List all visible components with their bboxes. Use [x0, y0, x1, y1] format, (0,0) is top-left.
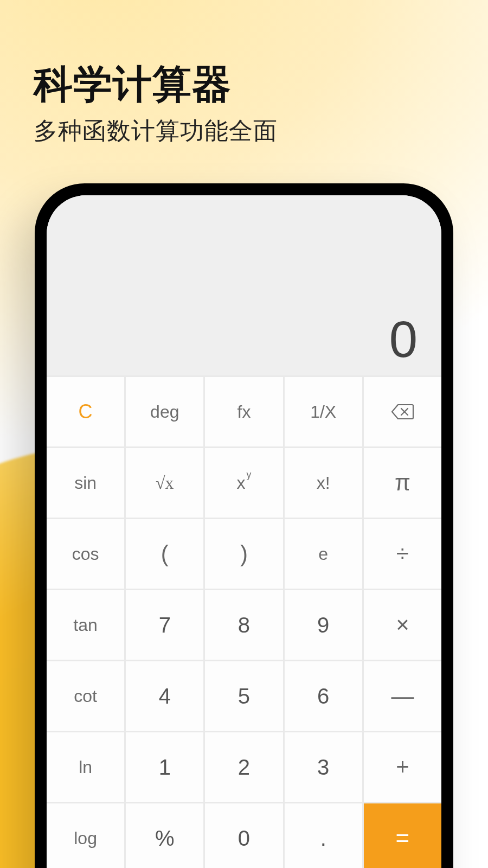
- headline-title: 科学计算器: [34, 59, 278, 111]
- headline: 科学计算器 多种函数计算功能全面: [34, 59, 278, 147]
- display-value: 0: [389, 310, 418, 369]
- power-base: x: [237, 473, 246, 493]
- digit-0-button[interactable]: 0: [205, 803, 282, 868]
- lparen-button[interactable]: (: [126, 519, 203, 589]
- digit-5-button[interactable]: 5: [205, 661, 282, 731]
- rparen-button[interactable]: ): [205, 519, 282, 589]
- sqrt-button[interactable]: √x: [126, 448, 203, 518]
- divide-button[interactable]: ÷: [364, 519, 441, 589]
- plus-button[interactable]: +: [364, 732, 441, 802]
- digit-9-button[interactable]: 9: [285, 590, 362, 660]
- equals-button[interactable]: =: [364, 803, 441, 868]
- decimal-button[interactable]: .: [285, 803, 362, 868]
- power-button[interactable]: xy: [205, 448, 282, 518]
- cos-button[interactable]: cos: [47, 519, 124, 589]
- e-button[interactable]: e: [285, 519, 362, 589]
- log-button[interactable]: log: [47, 803, 124, 868]
- sin-button[interactable]: sin: [47, 448, 124, 518]
- power-exponent: y: [247, 469, 252, 481]
- deg-button[interactable]: deg: [126, 377, 203, 446]
- digit-1-button[interactable]: 1: [126, 732, 203, 802]
- minus-button[interactable]: —: [364, 661, 441, 731]
- reciprocal-button[interactable]: 1/X: [285, 377, 362, 446]
- phone-screen: 0 C deg fx 1/X: [47, 195, 441, 868]
- calculator-keypad: C deg fx 1/X sin √x: [47, 375, 441, 868]
- fx-button[interactable]: fx: [205, 377, 282, 446]
- ln-button[interactable]: ln: [47, 732, 124, 802]
- percent-button[interactable]: %: [126, 803, 203, 868]
- clear-button[interactable]: C: [47, 377, 124, 446]
- digit-6-button[interactable]: 6: [285, 661, 362, 731]
- multiply-button[interactable]: ×: [364, 590, 441, 660]
- cot-button[interactable]: cot: [47, 661, 124, 731]
- promo-stage: 科学计算器 多种函数计算功能全面 0 C deg fx 1/X: [0, 0, 488, 868]
- digit-4-button[interactable]: 4: [126, 661, 203, 731]
- backspace-icon: [391, 403, 414, 420]
- tan-button[interactable]: tan: [47, 590, 124, 660]
- factorial-button[interactable]: x!: [285, 448, 362, 518]
- backspace-button[interactable]: [364, 377, 441, 446]
- digit-7-button[interactable]: 7: [126, 590, 203, 660]
- calculator-display: 0: [47, 195, 441, 375]
- digit-8-button[interactable]: 8: [205, 590, 282, 660]
- digit-2-button[interactable]: 2: [205, 732, 282, 802]
- phone-frame: 0 C deg fx 1/X: [35, 183, 453, 868]
- pi-button[interactable]: π: [364, 448, 441, 518]
- headline-subtitle: 多种函数计算功能全面: [34, 115, 278, 147]
- digit-3-button[interactable]: 3: [285, 732, 362, 802]
